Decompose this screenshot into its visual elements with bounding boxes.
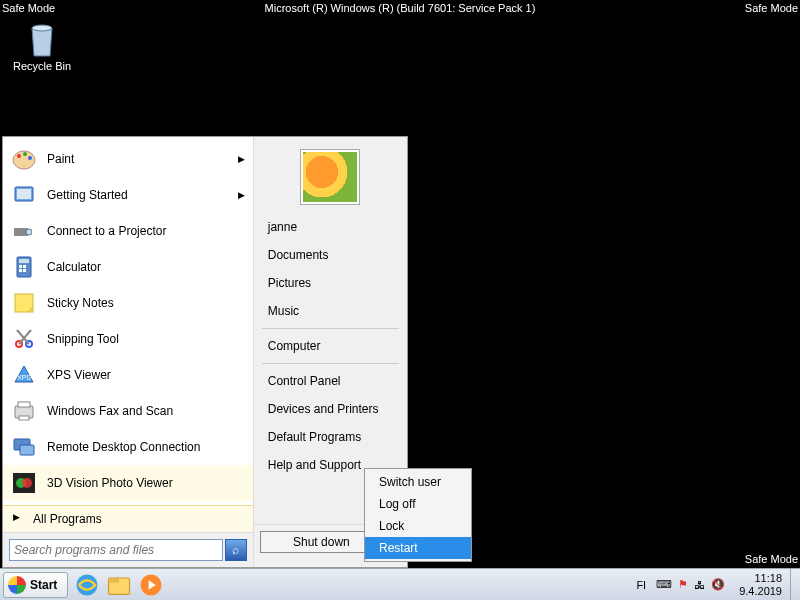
program-sticky-notes[interactable]: Sticky Notes <box>3 285 253 321</box>
network-icon[interactable]: 🖧 <box>694 579 705 591</box>
svg-rect-13 <box>19 269 22 272</box>
svg-rect-11 <box>19 265 22 268</box>
program-projector[interactable]: Connect to a Projector <box>3 213 253 249</box>
avatar[interactable] <box>300 149 360 205</box>
svg-rect-29 <box>109 578 120 583</box>
taskbar-ie[interactable] <box>73 572 101 598</box>
recycle-bin-icon <box>24 18 60 58</box>
remote-desktop-icon <box>11 434 37 460</box>
program-fax-scan[interactable]: Windows Fax and Scan <box>3 393 253 429</box>
svg-rect-21 <box>19 416 29 420</box>
language-indicator[interactable]: FI <box>632 579 650 591</box>
computer-link[interactable]: Computer <box>254 332 407 360</box>
power-lock[interactable]: Lock <box>365 515 471 537</box>
username[interactable]: janne <box>254 213 407 241</box>
safe-mode-bottom-right: Safe Mode <box>745 553 798 565</box>
submenu-arrow-icon: ▶ <box>238 154 245 164</box>
windows-orb-icon <box>8 576 26 594</box>
time: 11:18 <box>739 572 782 584</box>
search-input[interactable] <box>9 539 223 561</box>
show-desktop-button[interactable] <box>790 569 800 601</box>
svg-rect-20 <box>18 402 30 407</box>
program-remote-desktop[interactable]: Remote Desktop Connection <box>3 429 253 465</box>
default-programs-link[interactable]: Default Programs <box>254 423 407 451</box>
submenu-arrow-icon: ▶ <box>238 190 245 200</box>
program-calculator[interactable]: Calculator <box>3 249 253 285</box>
start-label: Start <box>30 578 57 592</box>
date: 9.4.2019 <box>739 585 782 597</box>
svg-rect-23 <box>20 445 34 455</box>
system-tray: ⌨ ⚑ 🖧 🔇 <box>650 578 731 591</box>
program-label: Remote Desktop Connection <box>47 440 200 454</box>
avatar-image <box>303 152 357 202</box>
program-list: Paint▶Getting Started▶Connect to a Proje… <box>3 137 253 505</box>
search-row: ⌕ <box>3 532 253 567</box>
power-restart[interactable]: Restart <box>365 537 471 559</box>
taskbar-media-player[interactable] <box>137 572 165 598</box>
svg-rect-14 <box>23 269 26 272</box>
safe-mode-top-left: Safe Mode <box>2 2 55 14</box>
program-xps-viewer[interactable]: XPSXPS Viewer <box>3 357 253 393</box>
program-label: Calculator <box>47 260 101 274</box>
search-button[interactable]: ⌕ <box>225 539 247 561</box>
paint-icon <box>11 146 37 172</box>
volume-icon[interactable]: 🔇 <box>711 578 725 591</box>
build-info: Microsoft (R) Windows (R) (Build 7601: S… <box>265 2 536 14</box>
search-icon: ⌕ <box>232 543 239 557</box>
documents-link[interactable]: Documents <box>254 241 407 269</box>
music-link[interactable]: Music <box>254 297 407 325</box>
pictures-link[interactable]: Pictures <box>254 269 407 297</box>
svg-point-0 <box>32 25 52 31</box>
svg-rect-12 <box>23 265 26 268</box>
safe-mode-top-right: Safe Mode <box>745 2 798 14</box>
program-label: XPS Viewer <box>47 368 111 382</box>
separator <box>262 363 399 364</box>
control-panel-link[interactable]: Control Panel <box>254 367 407 395</box>
start-menu-left: Paint▶Getting Started▶Connect to a Proje… <box>3 137 254 567</box>
program-label: Getting Started <box>47 188 128 202</box>
svg-point-26 <box>22 478 32 488</box>
svg-point-3 <box>23 152 27 156</box>
program-getting-started[interactable]: Getting Started▶ <box>3 177 253 213</box>
svg-rect-6 <box>17 189 31 199</box>
taskbar: Start FI ⌨ ⚑ 🖧 🔇 11:18 9.4.2019 <box>0 568 800 600</box>
devices-printers-link[interactable]: Devices and Printers <box>254 395 407 423</box>
security-icon[interactable]: ⚑ <box>678 578 688 591</box>
all-programs[interactable]: All Programs <box>3 505 253 532</box>
getting-started-icon <box>11 182 37 208</box>
taskbar-explorer[interactable] <box>105 572 133 598</box>
separator <box>262 328 399 329</box>
clock[interactable]: 11:18 9.4.2019 <box>731 572 790 596</box>
svg-point-8 <box>26 229 32 235</box>
fax-scan-icon <box>11 398 37 424</box>
program-paint[interactable]: Paint▶ <box>3 141 253 177</box>
svg-point-2 <box>17 154 21 158</box>
program-label: Windows Fax and Scan <box>47 404 173 418</box>
program-snipping-tool[interactable]: Snipping Tool <box>3 321 253 357</box>
start-menu: Paint▶Getting Started▶Connect to a Proje… <box>2 136 408 568</box>
program-label: Connect to a Projector <box>47 224 166 238</box>
power-options-menu: Switch userLog offLockRestart <box>364 468 472 562</box>
recycle-bin-label: Recycle Bin <box>12 60 72 72</box>
avatar-wrap <box>254 145 407 213</box>
calculator-icon <box>11 254 37 280</box>
svg-text:XPS: XPS <box>17 374 31 381</box>
snipping-tool-icon <box>11 326 37 352</box>
3d-vision-icon <box>11 470 37 496</box>
program-label: Sticky Notes <box>47 296 114 310</box>
power-log-off[interactable]: Log off <box>365 493 471 515</box>
svg-rect-10 <box>19 259 29 263</box>
program-label: 3D Vision Photo Viewer <box>47 476 173 490</box>
program-label: Snipping Tool <box>47 332 119 346</box>
sticky-notes-icon <box>11 290 37 316</box>
projector-icon <box>11 218 37 244</box>
program-label: Paint <box>47 152 74 166</box>
keyboard-icon[interactable]: ⌨ <box>656 578 672 591</box>
power-switch-user[interactable]: Switch user <box>365 471 471 493</box>
recycle-bin[interactable]: Recycle Bin <box>12 18 72 72</box>
program-3d-vision[interactable]: 3D Vision Photo Viewer <box>3 465 253 501</box>
start-button[interactable]: Start <box>3 572 68 598</box>
xps-viewer-icon: XPS <box>11 362 37 388</box>
svg-point-4 <box>28 156 32 160</box>
